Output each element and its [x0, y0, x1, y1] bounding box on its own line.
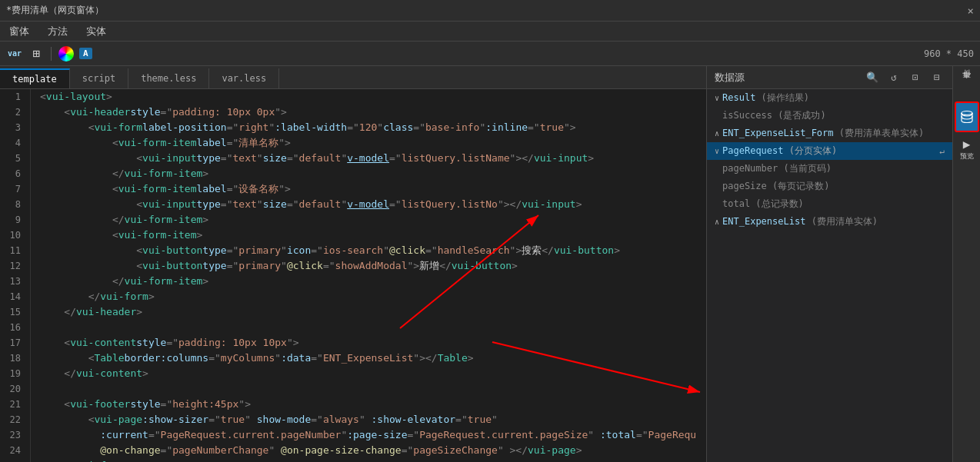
code-line-5: <vui-input type="text" size="default" v-… [40, 151, 706, 166]
var-tag[interactable]: var [6, 45, 23, 62]
code-line-21: <vui-footer style="height:45px"> [40, 397, 706, 412]
line-num-6: 6 [6, 166, 21, 181]
code-line-6: </vui-form-item> [40, 166, 706, 181]
tree-item-result[interactable]: ∨ Result (操作结果) [707, 89, 952, 107]
menu-item-method[interactable]: 方法 [45, 23, 71, 40]
color-wheel-icon [58, 46, 74, 61]
sidebar-event-icon[interactable]: 事件 [955, 69, 979, 100]
toolbar-separator [51, 47, 52, 61]
title-bar: *费用清单（网页窗体） × [0, 0, 980, 22]
code-editor[interactable]: 1 2 3 4 5 6 7 8 9 10 11 12 13 14 15 16 1… [0, 89, 706, 462]
sidebar-entity-icon[interactable] [955, 101, 979, 132]
editor-area: template script theme.less var.less 1 2 … [0, 66, 706, 462]
window-title: *费用清单（网页窗体） [6, 4, 968, 17]
line-num-4: 4 [6, 135, 21, 151]
play-icon: ▶ [963, 137, 971, 151]
svg-point-0 [962, 111, 972, 115]
line-num-19: 19 [6, 366, 21, 381]
code-line-22: <vui-page :show-sizer="true" show-mode="… [40, 412, 706, 427]
tab-template[interactable]: template [0, 68, 70, 88]
code-line-23: :current="PageRequest.current.pageNumber… [40, 427, 706, 443]
line-num-7: 7 [6, 181, 21, 197]
tree-item-total[interactable]: total (总记录数) [707, 195, 952, 213]
line-num-18: 18 [6, 351, 21, 366]
toolbar-a-tag[interactable]: A [79, 48, 92, 59]
panel-header: 数据源 🔍 ↺ ⊡ ⊟ [707, 66, 952, 89]
code-line-20 [40, 381, 706, 397]
line-num-14: 14 [6, 289, 21, 304]
line-num-10: 10 [6, 228, 21, 243]
tree-label-pagesize: pageSize (每页记录数) [722, 180, 829, 193]
search-icon[interactable]: 🔍 [865, 70, 880, 85]
database-icon [960, 110, 974, 124]
tree-item-expenselist-form[interactable]: ∧ ENT_ExpenseList_Form (费用清单表单实体) [707, 125, 952, 142]
tab-script[interactable]: script [70, 68, 128, 88]
code-line-3: <vui-form label-position="right" :label-… [40, 120, 706, 135]
tree-label-issuccess: isSuccess (是否成功) [722, 109, 826, 122]
line-num-17: 17 [6, 335, 21, 351]
tab-theme-less[interactable]: theme.less [128, 68, 209, 88]
tree-arrow-list: ∧ [715, 218, 719, 226]
code-line-18: <Table border :columns="myColumns" :data… [40, 351, 706, 366]
code-line-14: </vui-form> [40, 289, 706, 304]
code-line-8: <vui-input type="text" size="default" v-… [40, 197, 706, 212]
line-num-15: 15 [6, 304, 21, 320]
menu-bar: 窗体 方法 实体 [0, 22, 980, 42]
tree-arrow-result: ∨ [715, 94, 719, 102]
line-num-13: 13 [6, 274, 21, 289]
line-num-25: 25 [6, 458, 21, 462]
tree-label-list: ENT_ExpenseList (费用清单实体) [722, 215, 878, 228]
right-panel: 数据源 🔍 ↺ ⊡ ⊟ ∨ Result (操作结果) isSuccess (是… [706, 66, 952, 462]
refresh-icon[interactable]: ↺ [886, 70, 902, 85]
toolbar-icon1[interactable]: ⊞ [28, 45, 45, 62]
code-line-16 [40, 320, 706, 335]
line-num-24: 24 [6, 443, 21, 458]
code-line-12: <vui-button type="primary" @click="showA… [40, 258, 706, 274]
line-numbers: 1 2 3 4 5 6 7 8 9 10 11 12 13 14 15 16 1… [0, 89, 31, 462]
collapse-icon[interactable]: ⊟ [929, 70, 945, 85]
line-num-16: 16 [6, 320, 21, 335]
data-tree: ∨ Result (操作结果) isSuccess (是否成功) ∧ ENT_E… [707, 89, 952, 462]
tree-label-pagenumber: pageNumber (当前页码) [722, 162, 832, 175]
line-num-1: 1 [6, 89, 21, 105]
line-num-8: 8 [6, 197, 21, 212]
menu-item-entity[interactable]: 实体 [83, 23, 109, 40]
code-content[interactable]: <vui-layout> <vui-header style="padding:… [31, 89, 706, 462]
line-num-22: 22 [6, 412, 21, 427]
code-line-24: @on-change="pageNumberChange" @on-page-s… [40, 443, 706, 458]
code-line-13: </vui-form-item> [40, 274, 706, 289]
code-line-4: <vui-form-item label="清单名称"> [40, 135, 706, 151]
tree-label-result: Result (操作结果) [722, 91, 809, 105]
tree-item-issuccess[interactable]: isSuccess (是否成功) [707, 107, 952, 125]
line-num-23: 23 [6, 427, 21, 443]
toolbar-size: 960 * 450 [924, 48, 974, 59]
toolbar: var ⊞ A 960 * 450 [0, 42, 980, 66]
line-num-12: 12 [6, 258, 21, 274]
code-line-7: <vui-form-item label="设备名称"> [40, 181, 706, 197]
menu-item-window[interactable]: 窗体 [6, 23, 32, 40]
tree-arrow-page: ∨ [715, 147, 719, 155]
tree-item-pagerequest[interactable]: ∨ PageRequest (分页实体) ↵ [707, 142, 952, 160]
tree-label-total: total (总记录数) [722, 198, 804, 211]
tab-bar: template script theme.less var.less [0, 66, 706, 89]
tree-item-pagesize[interactable]: pageSize (每页记录数) [707, 178, 952, 195]
tree-item-pagenumber[interactable]: pageNumber (当前页码) [707, 160, 952, 178]
tree-arrow-form: ∧ [715, 129, 719, 138]
tab-var-less[interactable]: var.less [209, 68, 279, 88]
code-line-25: </vui-footer> [40, 458, 706, 462]
tree-enter-icon: ↵ [939, 146, 945, 156]
line-num-21: 21 [6, 397, 21, 412]
close-button[interactable]: × [968, 5, 974, 17]
tree-item-expenselist[interactable]: ∧ ENT_ExpenseList (费用清单实体) [707, 213, 952, 231]
tree-label-form: ENT_ExpenseList_Form (费用清单表单实体) [722, 127, 924, 140]
preview-label: 预览 [960, 151, 974, 161]
toolbar-color-btn[interactable] [58, 45, 75, 62]
sidebar-preview-icon[interactable]: ▶ 预览 [955, 134, 979, 165]
code-line-1: <vui-layout> [40, 89, 706, 105]
expand-icon[interactable]: ⊡ [908, 70, 923, 85]
code-line-17: <vui-content style="padding: 10px 10px"> [40, 335, 706, 351]
right-sidebar: 事件 ▶ 预览 [952, 66, 980, 462]
code-line-11: <vui-button type="primary" icon="ios-sea… [40, 243, 706, 258]
code-line-10: <vui-form-item> [40, 228, 706, 243]
line-num-3: 3 [6, 120, 21, 135]
